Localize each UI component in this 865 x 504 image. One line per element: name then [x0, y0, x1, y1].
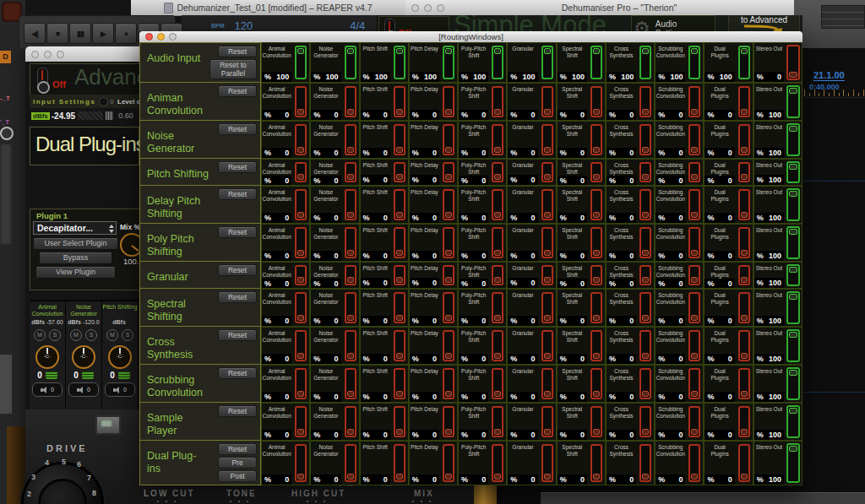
- matrix-cell[interactable]: Cross Synthesis%0: [606, 83, 655, 121]
- cell-slider[interactable]: [639, 86, 651, 117]
- matrix-cell[interactable]: Pitch Shift%0: [360, 365, 409, 403]
- solo-button[interactable]: S: [85, 329, 97, 341]
- cell-slider[interactable]: [443, 227, 454, 258]
- cell-slider[interactable]: [738, 368, 750, 399]
- cell-slider[interactable]: [639, 124, 651, 155]
- cell-slider[interactable]: [345, 227, 356, 258]
- matrix-cell[interactable]: Animal Convolution%0: [261, 83, 310, 121]
- play-button[interactable]: ▶: [92, 23, 114, 44]
- cell-slider[interactable]: [443, 368, 454, 399]
- cell-slider[interactable]: [786, 123, 800, 156]
- power-button[interactable]: [95, 415, 121, 435]
- matrix-cell[interactable]: Noise Generator%0: [310, 121, 359, 159]
- matrix-cell[interactable]: Poly-Pitch Shift%0: [458, 121, 507, 159]
- matrix-cell[interactable]: Poly-Pitch Shift%0: [458, 327, 507, 365]
- matrix-cell[interactable]: Stereo Out%100: [753, 289, 802, 327]
- row-pre-button[interactable]: Pre: [218, 457, 257, 469]
- cell-slider[interactable]: [738, 124, 750, 155]
- matrix-cell[interactable]: Scrubbing Convolution%0: [655, 441, 704, 485]
- matrix-cell[interactable]: Granular%0: [507, 403, 556, 441]
- cell-slider[interactable]: [443, 330, 454, 361]
- cell-slider[interactable]: [295, 86, 307, 117]
- cell-slider[interactable]: [295, 368, 307, 399]
- matrix-cell[interactable]: Dual Plugins%0: [704, 159, 753, 186]
- cell-slider[interactable]: [590, 368, 602, 399]
- matrix-cell[interactable]: Granular%0: [507, 327, 556, 365]
- matrix-cell[interactable]: Dual Plugins%0: [704, 186, 753, 224]
- cell-slider[interactable]: [345, 46, 356, 79]
- cell-slider[interactable]: [590, 406, 602, 437]
- cell-slider[interactable]: [345, 292, 356, 323]
- matrix-cell[interactable]: Pitch Shift%0: [360, 289, 409, 327]
- cell-slider[interactable]: [492, 227, 503, 258]
- reaper-titlebar[interactable]: Dehumanizer_Test_01 [modified] – REAPER …: [131, 0, 405, 16]
- matrix-cell[interactable]: Scrubbing Convolution%0: [655, 403, 704, 441]
- cell-slider[interactable]: [738, 265, 750, 285]
- menu-lines-icon[interactable]: [821, 5, 865, 29]
- cell-slider[interactable]: [639, 368, 651, 399]
- matrix-cell[interactable]: Granular%0: [507, 441, 556, 485]
- matrix-cell[interactable]: Animal Convolution%0: [261, 262, 310, 289]
- matrix-cell[interactable]: Dual Plugins%0: [704, 403, 753, 441]
- cell-slider[interactable]: [295, 292, 307, 323]
- matrix-cell[interactable]: Noise Generator%0: [310, 441, 359, 485]
- matrix-cell[interactable]: Poly-Pitch Shift%0: [458, 441, 507, 485]
- row-reset-button[interactable]: Reset: [218, 367, 257, 379]
- cell-slider[interactable]: [541, 265, 553, 285]
- matrix-cell[interactable]: Spectral Shift%0: [557, 365, 606, 403]
- cell-slider[interactable]: [443, 124, 454, 155]
- cell-slider[interactable]: [492, 189, 503, 220]
- matrix-cell[interactable]: Scrubbing Convolution%0: [655, 224, 704, 262]
- matrix-cell[interactable]: Pitch Shift%0: [360, 262, 409, 289]
- matrix-cell[interactable]: Scrubbing Convolution%0: [655, 327, 704, 365]
- cell-slider[interactable]: [688, 124, 700, 155]
- cell-slider[interactable]: [541, 46, 553, 79]
- matrix-cell[interactable]: Pitch Delay%0: [409, 186, 458, 224]
- matrix-cell[interactable]: Cross Synthesis%0: [606, 441, 655, 485]
- cell-slider[interactable]: [541, 292, 553, 323]
- cell-slider[interactable]: [639, 406, 651, 437]
- cell-slider[interactable]: [443, 406, 454, 437]
- cell-slider[interactable]: [590, 162, 602, 182]
- matrix-cell[interactable]: Scrubbing Convolution%0: [655, 365, 704, 403]
- matrix-cell[interactable]: Granular%0: [507, 159, 556, 186]
- matrix-cell[interactable]: Scrubbing Convolution%100: [655, 42, 704, 83]
- go-to-start-button[interactable]: ◀|: [24, 23, 46, 44]
- cell-slider[interactable]: [443, 444, 454, 482]
- timeline-ruler[interactable]: [802, 87, 865, 98]
- cell-slider[interactable]: [738, 227, 750, 258]
- solo-button[interactable]: S: [122, 329, 133, 341]
- cell-slider[interactable]: [738, 330, 750, 361]
- cell-slider[interactable]: [786, 85, 800, 118]
- matrix-cell[interactable]: Poly-Pitch Shift%0: [458, 289, 507, 327]
- cell-slider[interactable]: [541, 406, 553, 437]
- matrix-cell[interactable]: Animal Convolution%0: [261, 327, 310, 365]
- matrix-cell[interactable]: Noise Generator%0: [310, 327, 359, 365]
- matrix-cell[interactable]: Poly-Pitch Shift%0: [458, 186, 507, 224]
- cell-slider[interactable]: [738, 292, 750, 323]
- minimize-icon[interactable]: [44, 51, 52, 58]
- minimize-icon[interactable]: [424, 4, 432, 12]
- cell-slider[interactable]: [345, 86, 356, 117]
- matrix-cell[interactable]: Granular%0: [507, 186, 556, 224]
- mute-button[interactable]: M: [34, 329, 46, 341]
- cell-slider[interactable]: [738, 162, 750, 182]
- cell-slider[interactable]: [295, 227, 307, 258]
- matrix-cell[interactable]: Scrubbing Convolution%0: [655, 83, 704, 121]
- cell-slider[interactable]: [639, 189, 651, 220]
- cell-slider[interactable]: [492, 406, 503, 437]
- cell-slider[interactable]: [345, 189, 356, 220]
- drive-knob[interactable]: [21, 462, 104, 504]
- matrix-cell[interactable]: Pitch Delay%0: [409, 159, 458, 186]
- matrix-cell[interactable]: Granular%0: [507, 121, 556, 159]
- cell-slider[interactable]: [541, 227, 553, 258]
- cell-slider[interactable]: [394, 86, 405, 117]
- matrix-cell[interactable]: Animal Convolution%0: [261, 403, 310, 441]
- cell-slider[interactable]: [786, 45, 800, 80]
- cell-slider[interactable]: [688, 406, 700, 437]
- cell-slider[interactable]: [786, 367, 800, 400]
- cell-slider[interactable]: [590, 292, 602, 323]
- level-slider[interactable]: [78, 111, 103, 120]
- cell-slider[interactable]: [443, 46, 454, 79]
- matrix-cell[interactable]: Stereo Out%100: [753, 441, 802, 485]
